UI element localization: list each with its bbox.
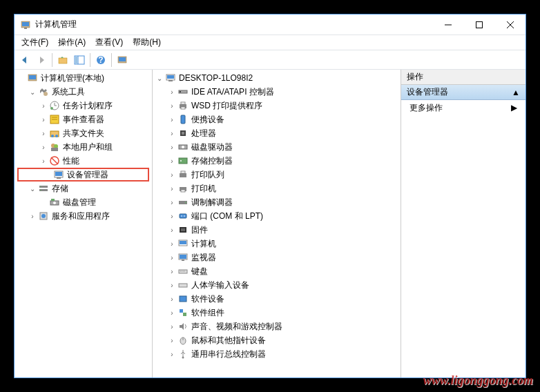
expand-icon[interactable]: ›: [166, 238, 177, 249]
tree-disk-mgmt[interactable]: 磁盘管理: [15, 195, 152, 209]
expand-icon[interactable]: ›: [166, 307, 177, 318]
menu-help[interactable]: 帮助(H): [128, 35, 165, 50]
expand-icon[interactable]: ›: [166, 349, 177, 360]
expand-icon[interactable]: ›: [38, 141, 49, 153]
svg-text:?: ?: [98, 55, 103, 65]
device-wsd[interactable]: ›WSD 打印提供程序: [153, 99, 401, 112]
tree-device-manager[interactable]: 设备管理器: [17, 168, 149, 182]
menu-view[interactable]: 查看(V): [91, 35, 127, 50]
expand-icon[interactable]: ›: [166, 141, 177, 153]
back-button[interactable]: [17, 52, 32, 68]
device-software-components[interactable]: ›软件组件: [153, 306, 401, 320]
svg-point-59: [180, 160, 182, 161]
expand-icon[interactable]: ›: [166, 280, 177, 291]
expand-icon[interactable]: ›: [166, 169, 177, 180]
up-button[interactable]: [55, 52, 70, 68]
action-more[interactable]: 更多操作 ▶: [401, 100, 525, 115]
device-root[interactable]: ⌄ DESKTOP-1LO98I2: [153, 71, 401, 85]
action-selected-item[interactable]: 设备管理器 ▲: [401, 85, 525, 100]
tree-storage[interactable]: ⌄ 存储: [15, 182, 152, 195]
device-ide-atapi[interactable]: ›IDE ATA/ATAPI 控制器: [153, 85, 401, 99]
forward-button[interactable]: [34, 52, 49, 68]
expand-icon[interactable]: ›: [166, 100, 177, 111]
tree-local-users[interactable]: › 本地用户和组: [15, 140, 152, 154]
svg-point-57: [182, 146, 184, 148]
expand-icon[interactable]: ›: [166, 197, 177, 208]
expand-icon[interactable]: ›: [166, 252, 177, 263]
svg-rect-51: [181, 102, 185, 104]
device-disk-drives[interactable]: ›磁盘驱动器: [153, 140, 401, 154]
collapse-icon[interactable]: ⌄: [154, 72, 165, 84]
tree-label: 调制解调器: [191, 197, 233, 208]
properties-button[interactable]: [115, 52, 130, 68]
services-icon: [38, 210, 49, 222]
expand-icon[interactable]: ›: [38, 100, 49, 111]
expand-icon[interactable]: ›: [38, 128, 49, 139]
expand-icon[interactable]: ›: [166, 86, 177, 97]
expand-icon[interactable]: ›: [38, 114, 49, 125]
device-firmware[interactable]: ›固件: [153, 223, 401, 237]
device-mice[interactable]: ›鼠标和其他指针设备: [153, 333, 401, 347]
collapse-icon[interactable]: [16, 72, 27, 84]
svg-rect-42: [51, 199, 55, 201]
tree-event-viewer[interactable]: › 事件查看器: [15, 112, 152, 126]
device-keyboards[interactable]: ›键盘: [153, 264, 401, 278]
expand-icon[interactable]: ›: [166, 183, 177, 194]
tree-performance[interactable]: › 性能: [15, 154, 152, 168]
device-print-queues[interactable]: ›打印队列: [153, 168, 401, 182]
expand-icon[interactable]: ›: [166, 128, 177, 139]
printer-icon: [177, 183, 189, 194]
left-tree-panel[interactable]: 计算机管理(本地) ⌄ 系统工具 › 任务计划程序 › 事件查看器 › 共享文件…: [15, 70, 153, 378]
menu-file[interactable]: 文件(F): [17, 35, 52, 50]
device-tree-panel[interactable]: ⌄ DESKTOP-1LO98I2 ›IDE ATA/ATAPI 控制器 ›WS…: [153, 70, 401, 378]
collapse-icon[interactable]: ⌄: [27, 86, 38, 97]
device-sound-video[interactable]: ›声音、视频和游戏控制器: [153, 320, 401, 333]
tree-label: 存储: [52, 183, 68, 195]
expand-icon[interactable]: ›: [166, 224, 177, 235]
tree-system-tools[interactable]: ⌄ 系统工具: [15, 85, 152, 99]
expand-icon[interactable]: ›: [166, 155, 177, 166]
software-comp-icon: [177, 307, 189, 318]
device-monitors[interactable]: ›监视器: [153, 251, 401, 264]
device-modems[interactable]: ›调制解调器: [153, 195, 401, 209]
expand-icon[interactable]: ›: [166, 321, 177, 332]
expand-icon[interactable]: ›: [166, 293, 177, 304]
device-storage-controllers[interactable]: ›存储控制器: [153, 154, 401, 168]
expand-icon[interactable]: ›: [38, 155, 49, 166]
tree-label: 服务和应用程序: [52, 210, 110, 222]
device-ports[interactable]: ›端口 (COM 和 LPT): [153, 209, 401, 223]
expand-icon[interactable]: ›: [166, 335, 177, 346]
device-computer[interactable]: ›计算机: [153, 237, 401, 251]
expand-icon[interactable]: ›: [27, 210, 38, 222]
storage-icon: [38, 183, 49, 194]
tree-label: 性能: [63, 155, 79, 167]
device-processors[interactable]: ›处理器: [153, 126, 401, 140]
svg-point-27: [55, 135, 58, 137]
collapse-icon: ▲: [512, 88, 520, 97]
svg-rect-10: [75, 57, 77, 63]
svg-rect-72: [180, 241, 186, 244]
tree-label: 监视器: [191, 252, 216, 264]
close-button[interactable]: [494, 14, 525, 35]
menu-action[interactable]: 操作(A): [54, 35, 90, 50]
tree-task-scheduler[interactable]: › 任务计划程序: [15, 99, 152, 112]
expand-icon[interactable]: ›: [166, 266, 177, 277]
device-printers[interactable]: ›打印机: [153, 182, 401, 195]
collapse-icon[interactable]: ⌄: [27, 183, 38, 194]
tree-services-apps[interactable]: › 服务和应用程序: [15, 209, 152, 223]
device-usb[interactable]: ›通用串行总线控制器: [153, 347, 401, 361]
maximize-button[interactable]: [463, 14, 494, 35]
tree-shared-folders[interactable]: › 共享文件夹: [15, 126, 152, 140]
window-title: 计算机管理: [35, 19, 432, 30]
expand-icon[interactable]: ›: [166, 210, 177, 222]
device-hid[interactable]: ›人体学输入设备: [153, 278, 401, 292]
device-portable[interactable]: ›便携设备: [153, 112, 401, 126]
tree-computer-mgmt[interactable]: 计算机管理(本地): [15, 71, 152, 85]
device-software-devices[interactable]: ›软件设备: [153, 292, 401, 306]
show-hide-tree-button[interactable]: [72, 52, 87, 68]
expand-icon[interactable]: ›: [166, 114, 177, 125]
help-button[interactable]: ?: [93, 52, 108, 68]
svg-rect-16: [29, 75, 36, 79]
tree-label: 键盘: [191, 266, 208, 277]
minimize-button[interactable]: [432, 14, 463, 35]
